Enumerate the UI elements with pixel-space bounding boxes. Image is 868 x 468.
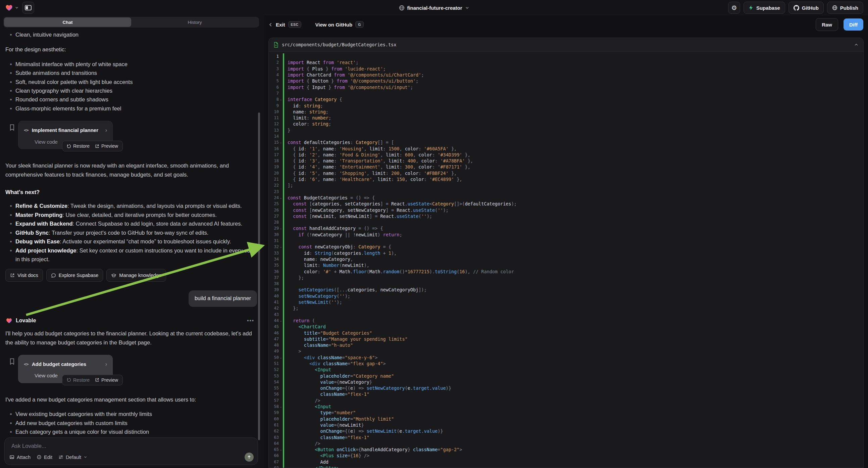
diff-toggle-button[interactable]: Diff xyxy=(843,19,863,31)
raw-toggle-button[interactable]: Raw xyxy=(816,18,838,31)
file-header[interactable]: src/components/budget/BudgetCategories.t… xyxy=(269,38,863,52)
code-line: 7 xyxy=(269,90,863,96)
line-number: 37 xyxy=(269,275,279,280)
view-on-github-button[interactable]: View on GitHub G xyxy=(315,21,364,28)
fold-toggle-icon[interactable]: ⌄ xyxy=(279,196,283,199)
fold-toggle-icon[interactable]: ⌄ xyxy=(279,227,283,230)
code-text: <Input xyxy=(283,367,331,372)
restore-button[interactable]: Restore xyxy=(67,142,90,150)
visit-docs-button[interactable]: Visit docs xyxy=(5,269,43,282)
fold-toggle-icon[interactable]: ⌄ xyxy=(279,319,283,322)
code-text: limit: Number(newLimit), xyxy=(283,263,369,268)
code-line: 6import { Input } from '@/components/ui/… xyxy=(269,84,863,90)
code-text: const BudgetCategories = () => { xyxy=(283,195,375,200)
toggle-sidebar-button[interactable] xyxy=(22,2,34,14)
code-text: id: String(categories.length + 1), xyxy=(283,251,397,256)
line-number: 20 xyxy=(269,171,279,176)
assistant-header: Lovable ••• xyxy=(5,316,257,325)
code-line: 23 xyxy=(269,189,863,195)
attach-button[interactable]: Attach xyxy=(9,455,31,460)
code-line: 41 setNewLimit(''); xyxy=(269,299,863,305)
code-text: { id: '6', name: 'Healthcare', limit: 15… xyxy=(283,177,462,182)
settings-button[interactable]: ⚙ xyxy=(728,2,740,14)
file-viewer-card: src/components/budget/BudgetCategories.t… xyxy=(269,38,864,468)
line-number: 56 xyxy=(269,392,279,397)
code-line: 27 const [newLimit, setNewLimit] = React… xyxy=(269,213,863,219)
code-text: placeholder="Category name" xyxy=(283,373,394,379)
manage-knowledge-button[interactable]: Manage knowledge xyxy=(106,269,166,282)
line-number: 52 xyxy=(269,367,279,372)
project-selector[interactable]: financial-future-creator xyxy=(399,0,469,16)
chat-bubble-icon xyxy=(51,273,56,278)
line-number: 55 xyxy=(269,386,279,390)
bullet-text: : Transfer your project's code to GitHub… xyxy=(49,230,208,236)
code-line: 68 </Button> xyxy=(269,465,863,468)
line-number: 46 xyxy=(269,331,279,335)
line-number: 2 xyxy=(269,60,279,65)
publish-button[interactable]: Publish xyxy=(827,2,863,14)
code-text: Add xyxy=(283,459,329,465)
bullet-item: View existing budget categories with the… xyxy=(10,410,257,418)
line-number: 47 xyxy=(269,337,279,342)
fold-toggle-icon[interactable]: ⌄ xyxy=(279,98,283,101)
fold-toggle-icon[interactable]: ⌄ xyxy=(279,141,283,144)
code-line: 15⌄const defaultCategories: Category[] =… xyxy=(269,139,863,145)
line-number: 25 xyxy=(269,201,279,206)
code-text: const [newCategory, setNewCategory] = Re… xyxy=(283,207,448,213)
fold-toggle-icon[interactable]: ⌄ xyxy=(279,245,283,248)
lovable-logo-menu[interactable] xyxy=(5,4,19,12)
github-button[interactable]: GitHub xyxy=(788,2,824,14)
assistant-name: Lovable xyxy=(16,316,36,325)
line-number: 31 xyxy=(269,238,279,243)
bullet-item: Each category gets a unique color for vi… xyxy=(10,428,257,436)
bookmark-icon[interactable] xyxy=(9,358,15,365)
bullet-lead: Debug with Ease xyxy=(16,238,60,244)
code-line: 56 className="flex-1" xyxy=(269,391,863,397)
code-editor[interactable]: 1 2import React from 'react';3import { P… xyxy=(269,52,863,468)
version-card-add-budget[interactable]: <> Add budget categories › View code Res… xyxy=(18,355,113,383)
lovable-heart-icon xyxy=(5,317,13,324)
chat-input[interactable] xyxy=(11,442,229,449)
card-actions: Restore Preview xyxy=(62,141,123,151)
fold-toggle-icon[interactable]: ⌄ xyxy=(279,405,283,408)
code-text: }; xyxy=(283,275,304,280)
preview-button[interactable]: Preview xyxy=(95,142,118,150)
code-text: limit: number; xyxy=(283,115,331,120)
bullet-item: Add project knowledge: Set key context o… xyxy=(10,246,257,264)
code-icon: <> xyxy=(24,360,29,369)
code-text: { id: '3', name: 'Transportation', limit… xyxy=(283,158,473,164)
tab-chat[interactable]: Chat xyxy=(4,18,131,27)
edit-mode-button[interactable]: Edit xyxy=(37,455,52,460)
code-line: 8⌄interface Category { xyxy=(269,96,863,103)
code-line: 60 placeholder="Monthly limit" xyxy=(269,416,863,422)
design-intro: For the design aesthetic: xyxy=(5,45,257,54)
supabase-button[interactable]: Supabase xyxy=(744,2,785,14)
code-line: 48 className="h-auto" xyxy=(269,342,863,348)
tab-history[interactable]: History xyxy=(131,18,258,27)
exit-button[interactable]: Exit ESC xyxy=(269,21,301,28)
line-number: 41 xyxy=(269,300,279,304)
model-selector[interactable]: Default xyxy=(58,455,87,460)
bullet-item: Clean, intuitive navigation xyxy=(10,30,257,39)
code-text: /> xyxy=(283,398,320,403)
code-text: className="flex-1" xyxy=(283,391,369,397)
code-line: 17 { id: '2', name: 'Food & Dining', lim… xyxy=(269,152,863,158)
code-text: placeholder="Monthly limit" xyxy=(283,416,394,422)
chevron-up-icon[interactable] xyxy=(854,42,859,47)
bookmark-icon[interactable] xyxy=(9,124,15,131)
message-menu-button[interactable]: ••• xyxy=(247,316,254,325)
line-number: 45 xyxy=(269,324,279,329)
github-label: GitHub xyxy=(802,5,819,11)
line-number: 51 xyxy=(269,361,279,366)
line-number: 43 xyxy=(269,312,279,317)
restore-button[interactable]: Restore xyxy=(67,376,90,384)
code-text: value={newCategory} xyxy=(283,379,372,385)
send-button[interactable] xyxy=(245,452,254,462)
fold-toggle-icon[interactable]: ⌄ xyxy=(279,356,283,359)
chat-scrollbar-thumb[interactable] xyxy=(258,113,260,440)
preview-button[interactable]: Preview xyxy=(95,376,118,384)
fold-toggle-icon[interactable]: ⌄ xyxy=(279,448,283,451)
version-card-implement[interactable]: <> Implement financial planner › View co… xyxy=(18,121,113,149)
explore-supabase-button[interactable]: Explore Supabase xyxy=(46,269,103,282)
code-text: title="Budget Categories" xyxy=(283,330,372,336)
